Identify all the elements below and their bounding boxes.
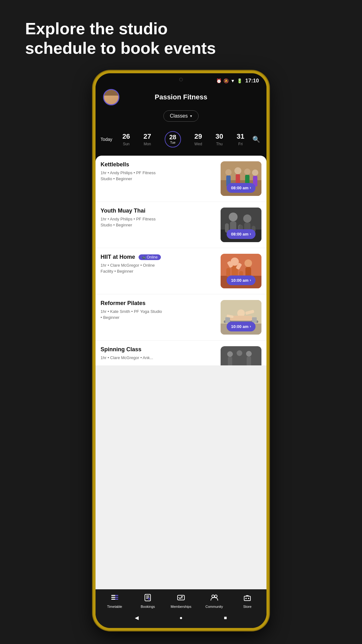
day-number-28: 28 — [169, 134, 176, 140]
class-thumb-kettlebells: 08:00 am › — [221, 161, 261, 196]
book-time-kettlebells[interactable]: 08:00 am › — [227, 183, 255, 193]
store-icon — [243, 593, 251, 603]
svg-point-8 — [252, 169, 258, 176]
calendar-day-sun[interactable]: 26 Sun — [120, 130, 132, 148]
svg-point-6 — [244, 169, 250, 175]
nav-item-timetable[interactable]: Timetable — [104, 593, 126, 608]
svg-rect-51 — [115, 599, 118, 600]
svg-point-60 — [248, 598, 249, 599]
day-number-27: 27 — [144, 132, 151, 141]
nav-item-bookings[interactable]: Bookings — [137, 593, 159, 608]
silent-icon: 🔕 — [223, 78, 229, 83]
page-title: Explore the studioschedule to book event… — [0, 0, 362, 71]
svg-point-28 — [244, 259, 252, 267]
class-info-hiit: HIIT at Home 📹 Online 1hr • Clare McGreg… — [101, 254, 217, 288]
class-item-muaythai[interactable]: Youth Muay Thai 1hr • Andy Philips • PF … — [96, 202, 266, 248]
calendar-day-mon[interactable]: 27 Mon — [141, 130, 154, 148]
svg-point-40 — [227, 351, 233, 357]
calendar-day-wed[interactable]: 29 Wed — [192, 130, 205, 148]
status-icons: ⏰ 🔕 ▼ 🔋 17:10 — [216, 78, 259, 84]
classes-dropdown-button[interactable]: Classes ▾ — [163, 110, 199, 122]
nav-label-timetable: Timetable — [107, 605, 122, 608]
phone-device: ⏰ 🔕 ▼ 🔋 17:10 Passion Fitness Classes — [93, 71, 269, 630]
class-item-kettlebells[interactable]: Kettlebells 1hr • Andy Philips • PF Fitn… — [96, 156, 266, 202]
timetable-icon — [111, 593, 119, 603]
class-thumb-hiit: 10:00 am › — [221, 254, 261, 288]
time-label-kettlebells: 08:00 am — [231, 186, 249, 190]
svg-point-12 — [229, 213, 238, 221]
book-time-pilates[interactable]: 10:00 am › — [227, 322, 255, 331]
day-name-wed: Wed — [195, 142, 202, 146]
arrow-icon-pilates: › — [250, 324, 251, 329]
svg-rect-55 — [181, 598, 183, 598]
class-details-muaythai: 1hr • Andy Philips • PF FitnessStudio • … — [101, 216, 217, 228]
calendar-search-icon[interactable]: 🔍 — [251, 134, 261, 144]
nav-label-bookings: Bookings — [141, 605, 155, 608]
camera-notch — [179, 78, 183, 81]
bookings-icon — [144, 593, 152, 603]
bottom-nav: Timetable Bookings — [96, 589, 266, 611]
battery-icon: 🔋 — [237, 78, 242, 83]
class-name-spinning: Spinning Class — [101, 346, 217, 353]
svg-rect-54 — [181, 597, 183, 597]
day-name-mon: Mon — [144, 142, 151, 146]
time-label-pilates: 10:00 am — [231, 324, 249, 329]
day-number-30: 30 — [216, 132, 223, 141]
calendar-day-fri[interactable]: 31 Fri — [234, 130, 247, 148]
arrow-icon-muaythai: › — [250, 232, 251, 236]
class-info-muaythai: Youth Muay Thai 1hr • Andy Philips • PF … — [101, 208, 217, 242]
time-label-hiit: 10:00 am — [231, 278, 249, 283]
classes-list: Kettlebells 1hr • Andy Philips • PF Fitn… — [96, 156, 266, 589]
class-details-spinning: 1hr • Clare McGregor • Ank... — [101, 355, 217, 361]
day-name-sun: Sun — [123, 142, 129, 146]
class-info-spinning: Spinning Class 1hr • Clare McGregor • An… — [101, 346, 217, 360]
recents-button[interactable]: ■ — [222, 614, 229, 622]
class-name-pilates: Reformer Pilates — [101, 300, 217, 307]
phone-screen: ⏰ 🔕 ▼ 🔋 17:10 Passion Fitness Classes — [96, 73, 266, 628]
svg-rect-50 — [115, 597, 118, 598]
classes-label: Classes — [170, 113, 188, 119]
nav-item-store[interactable]: Store — [236, 593, 258, 608]
svg-rect-49 — [115, 595, 118, 596]
svg-point-56 — [212, 595, 214, 597]
class-name-kettlebells: Kettlebells — [101, 161, 217, 168]
calendar-day-thu[interactable]: 30 Thu — [213, 130, 226, 148]
svg-point-16 — [243, 214, 251, 223]
class-item-hiit[interactable]: HIIT at Home 📹 Online 1hr • Clare McGreg… — [96, 248, 266, 294]
svg-rect-41 — [228, 357, 232, 366]
calendar-days: 26 Sun 27 Mon 28 Tue 29 — [116, 129, 251, 149]
back-button[interactable]: ◀ — [133, 614, 140, 622]
svg-point-4 — [234, 167, 241, 174]
svg-rect-52 — [145, 594, 151, 601]
active-day-circle: 28 Tue — [165, 131, 181, 147]
nav-item-community[interactable]: Community — [203, 593, 225, 608]
avatar[interactable] — [103, 89, 119, 105]
nav-item-memberships[interactable]: Memberships — [170, 593, 192, 608]
svg-point-57 — [215, 595, 217, 597]
wifi-icon: ▼ — [231, 78, 235, 83]
calendar-day-tue[interactable]: 28 Tue — [162, 129, 184, 149]
class-item-spinning[interactable]: Spinning Class 1hr • Clare McGregor • An… — [96, 341, 266, 366]
nav-label-store: Store — [243, 605, 251, 608]
online-label: Online — [147, 255, 158, 259]
app-name: Passion Fitness — [124, 93, 238, 101]
class-details-hiit: 1hr • Clare McGregor • OnlineFacility • … — [101, 262, 217, 275]
day-name-tue: Tue — [170, 141, 175, 144]
class-name-muaythai: Youth Muay Thai — [101, 208, 217, 214]
class-item-pilates[interactable]: Reformer Pilates 1hr • Kate Smith • PF Y… — [96, 294, 266, 341]
book-time-hiit[interactable]: 10:00 am › — [227, 275, 255, 285]
online-badge: 📹 Online — [139, 254, 161, 260]
time-label-muaythai: 08:00 am — [231, 232, 249, 236]
nav-label-memberships: Memberships — [171, 605, 191, 608]
arrow-icon-kettlebells: › — [250, 186, 251, 190]
svg-point-2 — [225, 169, 232, 175]
arrow-icon-hiit: › — [250, 278, 251, 282]
today-label: Today — [101, 137, 116, 142]
day-name-fri: Fri — [238, 142, 243, 146]
alarm-icon: ⏰ — [216, 78, 222, 83]
day-number-29: 29 — [195, 132, 202, 141]
video-icon: 📹 — [142, 256, 145, 259]
home-button[interactable]: ● — [177, 614, 185, 622]
class-thumb-pilates: 10:00 am › — [221, 300, 261, 335]
book-time-muaythai[interactable]: 08:00 am › — [227, 229, 255, 239]
